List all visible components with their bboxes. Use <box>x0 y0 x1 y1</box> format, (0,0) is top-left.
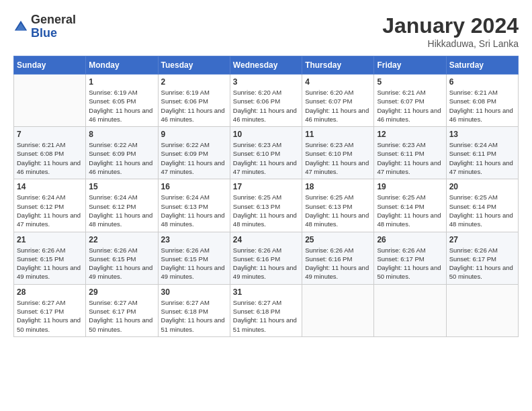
day-number: 12 <box>377 130 443 139</box>
day-info: Sunrise: 6:23 AM Sunset: 6:11 PM Dayligh… <box>377 140 443 176</box>
weekday-header: Friday <box>374 56 446 75</box>
day-number: 16 <box>161 182 227 191</box>
day-number: 6 <box>449 77 515 87</box>
day-info: Sunrise: 6:27 AM Sunset: 6:17 PM Dayligh… <box>17 298 83 334</box>
day-number: 22 <box>89 235 154 244</box>
day-info: Sunrise: 6:24 AM Sunset: 6:12 PM Dayligh… <box>17 193 83 228</box>
calendar-cell: 16Sunrise: 6:24 AM Sunset: 6:13 PM Dayli… <box>158 179 230 232</box>
logo-icon <box>13 19 28 34</box>
calendar-cell: 2Sunrise: 6:19 AM Sunset: 6:06 PM Daylig… <box>158 75 230 127</box>
calendar-week-row: 28Sunrise: 6:27 AM Sunset: 6:17 PM Dayli… <box>14 284 519 336</box>
day-info: Sunrise: 6:22 AM Sunset: 6:09 PM Dayligh… <box>161 140 227 176</box>
calendar-cell: 13Sunrise: 6:24 AM Sunset: 6:11 PM Dayli… <box>446 127 518 179</box>
calendar-cell: 25Sunrise: 6:26 AM Sunset: 6:16 PM Dayli… <box>302 232 374 284</box>
calendar-cell: 11Sunrise: 6:23 AM Sunset: 6:10 PM Dayli… <box>302 127 374 179</box>
day-info: Sunrise: 6:22 AM Sunset: 6:09 PM Dayligh… <box>89 140 154 176</box>
day-number: 19 <box>377 182 443 191</box>
day-number: 15 <box>89 182 154 191</box>
day-number: 25 <box>305 235 371 244</box>
day-number: 31 <box>233 287 299 297</box>
calendar-cell: 8Sunrise: 6:22 AM Sunset: 6:09 PM Daylig… <box>86 127 158 179</box>
calendar-cell: 22Sunrise: 6:26 AM Sunset: 6:15 PM Dayli… <box>86 232 158 284</box>
day-info: Sunrise: 6:26 AM Sunset: 6:15 PM Dayligh… <box>161 246 227 281</box>
day-info: Sunrise: 6:27 AM Sunset: 6:17 PM Dayligh… <box>89 298 154 334</box>
day-info: Sunrise: 6:19 AM Sunset: 6:06 PM Dayligh… <box>161 88 227 124</box>
calendar-week-row: 7Sunrise: 6:21 AM Sunset: 6:08 PM Daylig… <box>14 127 519 179</box>
day-info: Sunrise: 6:25 AM Sunset: 6:14 PM Dayligh… <box>377 193 443 228</box>
day-info: Sunrise: 6:23 AM Sunset: 6:10 PM Dayligh… <box>233 140 299 176</box>
calendar-cell: 10Sunrise: 6:23 AM Sunset: 6:10 PM Dayli… <box>230 127 302 179</box>
calendar-cell <box>302 284 374 336</box>
month-title: January 2024 <box>382 13 519 38</box>
title-block: January 2024 Hikkaduwa, Sri Lanka <box>382 13 519 49</box>
day-number: 7 <box>17 130 83 139</box>
calendar-cell: 6Sunrise: 6:21 AM Sunset: 6:08 PM Daylig… <box>446 75 518 127</box>
weekday-header: Tuesday <box>158 56 230 75</box>
day-info: Sunrise: 6:21 AM Sunset: 6:08 PM Dayligh… <box>17 140 83 176</box>
location-title: Hikkaduwa, Sri Lanka <box>382 38 519 49</box>
day-number: 18 <box>305 182 371 191</box>
calendar-cell: 15Sunrise: 6:24 AM Sunset: 6:12 PM Dayli… <box>86 179 158 232</box>
day-number: 4 <box>305 77 371 87</box>
calendar-cell <box>14 75 86 127</box>
day-info: Sunrise: 6:27 AM Sunset: 6:18 PM Dayligh… <box>233 298 299 334</box>
page-header: General Blue January 2024 Hikkaduwa, Sri… <box>13 13 519 49</box>
logo-text: General Blue <box>31 13 76 40</box>
logo: General Blue <box>13 13 76 40</box>
day-number: 17 <box>233 182 299 191</box>
calendar-cell: 29Sunrise: 6:27 AM Sunset: 6:17 PM Dayli… <box>86 284 158 336</box>
day-number: 3 <box>233 77 299 87</box>
day-number: 28 <box>17 287 83 297</box>
calendar-cell: 18Sunrise: 6:25 AM Sunset: 6:13 PM Dayli… <box>302 179 374 232</box>
calendar-week-row: 14Sunrise: 6:24 AM Sunset: 6:12 PM Dayli… <box>14 179 519 232</box>
calendar-cell: 20Sunrise: 6:25 AM Sunset: 6:14 PM Dayli… <box>446 179 518 232</box>
calendar-cell <box>446 284 518 336</box>
calendar-table: SundayMondayTuesdayWednesdayThursdayFrid… <box>13 56 519 337</box>
day-info: Sunrise: 6:25 AM Sunset: 6:13 PM Dayligh… <box>305 193 371 228</box>
day-info: Sunrise: 6:19 AM Sunset: 6:05 PM Dayligh… <box>89 88 154 124</box>
weekday-header-row: SundayMondayTuesdayWednesdayThursdayFrid… <box>14 56 519 75</box>
calendar-cell: 27Sunrise: 6:26 AM Sunset: 6:17 PM Dayli… <box>446 232 518 284</box>
calendar-week-row: 1Sunrise: 6:19 AM Sunset: 6:05 PM Daylig… <box>14 75 519 127</box>
day-number: 23 <box>161 235 227 244</box>
weekday-header: Monday <box>86 56 158 75</box>
day-info: Sunrise: 6:26 AM Sunset: 6:16 PM Dayligh… <box>305 246 371 281</box>
day-number: 30 <box>161 287 227 297</box>
day-info: Sunrise: 6:25 AM Sunset: 6:14 PM Dayligh… <box>449 193 515 228</box>
day-number: 5 <box>377 77 443 87</box>
day-info: Sunrise: 6:20 AM Sunset: 6:07 PM Dayligh… <box>305 88 371 124</box>
day-info: Sunrise: 6:24 AM Sunset: 6:11 PM Dayligh… <box>449 140 515 176</box>
calendar-cell: 19Sunrise: 6:25 AM Sunset: 6:14 PM Dayli… <box>374 179 446 232</box>
day-info: Sunrise: 6:26 AM Sunset: 6:15 PM Dayligh… <box>17 246 83 281</box>
day-number: 10 <box>233 130 299 139</box>
day-number: 13 <box>449 130 515 139</box>
calendar-cell: 21Sunrise: 6:26 AM Sunset: 6:15 PM Dayli… <box>14 232 86 284</box>
calendar-cell: 30Sunrise: 6:27 AM Sunset: 6:18 PM Dayli… <box>158 284 230 336</box>
day-info: Sunrise: 6:26 AM Sunset: 6:15 PM Dayligh… <box>89 246 154 281</box>
weekday-header: Wednesday <box>230 56 302 75</box>
day-number: 2 <box>161 77 227 87</box>
day-info: Sunrise: 6:26 AM Sunset: 6:16 PM Dayligh… <box>233 246 299 281</box>
logo-blue-label: Blue <box>31 27 76 40</box>
day-info: Sunrise: 6:26 AM Sunset: 6:17 PM Dayligh… <box>449 246 515 281</box>
calendar-cell: 1Sunrise: 6:19 AM Sunset: 6:05 PM Daylig… <box>86 75 158 127</box>
calendar-cell <box>374 284 446 336</box>
calendar-week-row: 21Sunrise: 6:26 AM Sunset: 6:15 PM Dayli… <box>14 232 519 284</box>
day-info: Sunrise: 6:21 AM Sunset: 6:07 PM Dayligh… <box>377 88 443 124</box>
calendar-cell: 5Sunrise: 6:21 AM Sunset: 6:07 PM Daylig… <box>374 75 446 127</box>
day-info: Sunrise: 6:23 AM Sunset: 6:10 PM Dayligh… <box>305 140 371 176</box>
day-number: 11 <box>305 130 371 139</box>
calendar-cell: 9Sunrise: 6:22 AM Sunset: 6:09 PM Daylig… <box>158 127 230 179</box>
day-number: 29 <box>89 287 154 297</box>
day-info: Sunrise: 6:24 AM Sunset: 6:13 PM Dayligh… <box>161 193 227 228</box>
calendar-cell: 12Sunrise: 6:23 AM Sunset: 6:11 PM Dayli… <box>374 127 446 179</box>
day-info: Sunrise: 6:26 AM Sunset: 6:17 PM Dayligh… <box>377 246 443 281</box>
day-number: 26 <box>377 235 443 244</box>
day-info: Sunrise: 6:27 AM Sunset: 6:18 PM Dayligh… <box>161 298 227 334</box>
calendar-cell: 23Sunrise: 6:26 AM Sunset: 6:15 PM Dayli… <box>158 232 230 284</box>
day-info: Sunrise: 6:24 AM Sunset: 6:12 PM Dayligh… <box>89 193 154 228</box>
calendar-cell: 7Sunrise: 6:21 AM Sunset: 6:08 PM Daylig… <box>14 127 86 179</box>
weekday-header: Thursday <box>302 56 374 75</box>
weekday-header: Sunday <box>14 56 86 75</box>
calendar-cell: 28Sunrise: 6:27 AM Sunset: 6:17 PM Dayli… <box>14 284 86 336</box>
